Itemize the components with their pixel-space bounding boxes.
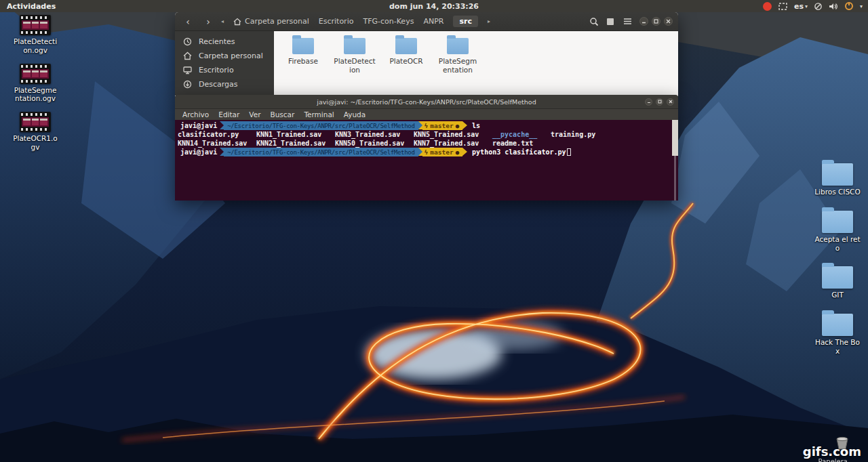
menu-terminal[interactable]: Terminal — [299, 110, 338, 119]
home-icon — [183, 51, 192, 60]
sidebar-item-carpeta-personal[interactable]: Carpeta personal — [175, 49, 274, 63]
terminal-screen[interactable]: javi@javi ~/Escritorio/TFG-con-Keys/ANPR… — [175, 120, 678, 201]
prompt-path: ~/Escritorio/TFG-con-Keys/ANPR/src/Plate… — [224, 148, 418, 156]
clock-icon — [183, 37, 192, 46]
terminal-command: python3 clasificator.py — [467, 148, 566, 156]
sidebar-item-descargas[interactable]: Descargas — [175, 77, 274, 91]
sidebar-item-label: Recientes — [199, 37, 235, 46]
maximize-button[interactable] — [652, 17, 660, 26]
ls-entry: KNN1_Trained.sav — [256, 130, 335, 139]
terminal-titlebar[interactable]: javi@javi: ~/Escritorio/TFG-con-Keys/ANP… — [175, 95, 678, 108]
video-file-icon — [20, 64, 51, 84]
close-button[interactable] — [667, 98, 674, 106]
watermark-text: gifs.com — [803, 446, 861, 458]
minimize-button[interactable] — [645, 98, 652, 106]
folder-item-firebase[interactable]: Firebase — [282, 38, 324, 66]
breadcrumb-scroll-left-icon[interactable]: ◂ — [221, 18, 224, 24]
chevron-down-icon: ▾ — [805, 3, 808, 9]
video-file-icon — [20, 15, 51, 35]
download-icon — [183, 80, 192, 89]
folder-icon — [822, 314, 853, 336]
menu-ver[interactable]: Ver — [244, 110, 265, 119]
back-button[interactable]: ‹ — [180, 16, 195, 28]
breadcrumb: ◂ Carpeta personal Escritorio TFG-con-Ke… — [221, 16, 490, 27]
terminal-scrollbar-thumb[interactable] — [672, 120, 678, 156]
ls-entry: readme.txt — [492, 140, 533, 147]
sidebar-item-recientes[interactable]: Recientes — [175, 35, 274, 49]
breadcrumb-scroll-right-icon[interactable]: ▸ — [488, 18, 490, 24]
keyboard-layout-selector[interactable]: es ▾ — [794, 2, 808, 11]
breadcrumb-tfg-con-keys[interactable]: TFG-con-Keys — [363, 17, 414, 26]
terminal-prompt-line-2: javi@javi ~/Escritorio/TFG-con-Keys/ANPR… — [178, 148, 669, 156]
ls-entry: KNN5_Trained.sav — [414, 130, 492, 139]
menu-ayuda[interactable]: Ayuda — [339, 110, 370, 119]
prompt-git-segment: ϟ master ● — [422, 148, 462, 156]
prompt-user: javi@javi — [178, 121, 220, 130]
network-disabled-icon[interactable] — [814, 2, 823, 11]
view-toggle-icon[interactable] — [606, 18, 616, 26]
desktop-file-label: PlateDetection.ogv — [12, 37, 58, 55]
volume-icon[interactable] — [829, 2, 838, 11]
forward-button[interactable]: › — [201, 16, 216, 28]
breadcrumb-home[interactable]: Carpeta personal — [233, 17, 309, 26]
powerline-arrow-icon — [462, 121, 467, 129]
hamburger-menu-icon[interactable] — [623, 18, 632, 25]
powerline-arrow-icon — [462, 148, 467, 156]
prompt-path: ~/Escritorio/TFG-con-Keys/ANPR/src/Plate… — [224, 121, 418, 130]
desktop-file-plateocr1[interactable]: PlateOCR1.ogv — [7, 112, 64, 152]
breadcrumb-escritorio[interactable]: Escritorio — [319, 17, 354, 26]
desktop-file-label: PlateOCR1.ogv — [12, 134, 58, 152]
desktop-folder-acepta-el-reto[interactable]: Acepta el reto — [811, 211, 864, 253]
search-icon[interactable] — [589, 17, 599, 26]
terminal-ls-output-row-1: clasificator.pyKNN1_Trained.savKNN3_Trai… — [178, 130, 669, 139]
folder-icon — [822, 211, 853, 233]
git-branch-name: master — [430, 148, 453, 156]
folder-item-plateocr[interactable]: PlateOCR — [385, 38, 427, 66]
terminal-ls-output-row-2: KNN14_Trained.savKNN21_Trained.savKNN50_… — [178, 139, 669, 148]
menu-editar[interactable]: Editar — [214, 110, 244, 119]
breadcrumb-anpr[interactable]: ANPR — [423, 17, 443, 26]
terminal-prompt-line-1: javi@javi ~/Escritorio/TFG-con-Keys/ANPR… — [178, 121, 669, 130]
desktop-icons-right: Libros CISCO Acepta el reto GIT Hack The… — [811, 163, 864, 356]
git-bolt-icon: ϟ — [425, 148, 429, 156]
clock[interactable]: dom jun 14, 20:33:26 — [389, 2, 479, 11]
git-status-dot-icon: ● — [456, 123, 459, 129]
menu-archivo[interactable]: Archivo — [178, 110, 214, 119]
git-bolt-icon: ϟ — [425, 122, 429, 129]
maximize-button[interactable] — [656, 98, 663, 106]
battery-status-icon[interactable] — [844, 1, 854, 11]
folder-label: PlateDetection — [334, 57, 376, 74]
close-button[interactable] — [664, 17, 673, 26]
desktop-file-platesegmentation[interactable]: PlateSegmentation.ogv — [7, 64, 64, 104]
git-branch-name: master — [430, 122, 453, 129]
system-menu-chevron-icon[interactable]: ▾ — [860, 3, 863, 9]
video-file-icon — [20, 112, 51, 132]
desktop-folder-libros-cisco[interactable]: Libros CISCO — [811, 163, 864, 196]
folder-icon — [344, 38, 366, 54]
activities-button[interactable]: Actividades — [0, 2, 62, 11]
ls-entry: KNN50_Trained.sav — [335, 139, 414, 148]
folder-item-platedetection[interactable]: PlateDetection — [334, 38, 376, 74]
prompt-git-segment: ϟ master ● — [422, 121, 462, 130]
ls-entry: training.py — [551, 131, 595, 138]
ls-entry: KNN7_Trained.sav — [414, 139, 492, 148]
desktop-folder-git[interactable]: GIT — [811, 266, 864, 299]
folder-icon — [395, 38, 417, 54]
sidebar-item-label: Escritorio — [199, 66, 234, 75]
folder-item-platesegmentation[interactable]: PlateSegmentation — [437, 38, 479, 74]
desktop-folder-hack-the-box[interactable]: Hack The Box — [811, 314, 864, 356]
screen-record-indicator-icon[interactable] — [763, 2, 772, 11]
terminal-title: javi@javi: ~/Escritorio/TFG-con-Keys/ANP… — [175, 98, 678, 106]
folder-label: Firebase — [282, 57, 324, 66]
minimize-button[interactable] — [639, 17, 648, 26]
capture-region-icon[interactable] — [778, 2, 788, 11]
prompt-user: javi@javi — [178, 148, 220, 156]
ls-entry: KNN21_Trained.sav — [256, 139, 335, 148]
file-manager-content: Firebase PlateDetection PlateOCR PlateSe… — [274, 31, 678, 96]
desktop-file-platedetection[interactable]: PlateDetection.ogv — [7, 15, 64, 55]
menu-buscar[interactable]: Buscar — [266, 110, 300, 119]
gifs-watermark: gifs.com — [803, 436, 861, 458]
breadcrumb-src-current[interactable]: src — [453, 16, 478, 27]
git-status-dot-icon: ● — [456, 149, 459, 156]
sidebar-item-escritorio[interactable]: Escritorio — [175, 63, 274, 77]
